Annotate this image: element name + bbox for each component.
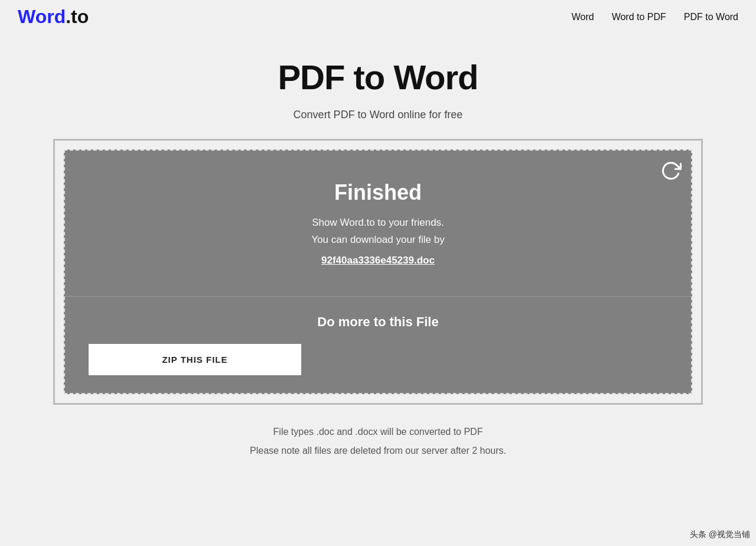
do-more-section: Do more to this File ZIP THIS FILE bbox=[65, 297, 691, 393]
finished-line2: You can download your file by bbox=[89, 232, 667, 249]
do-more-title: Do more to this File bbox=[89, 314, 667, 330]
zip-button[interactable]: ZIP THIS FILE bbox=[89, 344, 301, 375]
page-title: PDF to Word bbox=[278, 57, 478, 97]
logo[interactable]: Word .to bbox=[18, 6, 89, 28]
nav-item-word-to-pdf[interactable]: Word to PDF bbox=[612, 12, 666, 22]
page-subtitle: Convert PDF to Word online for free bbox=[294, 109, 463, 121]
nav-item-pdf-to-word[interactable]: PDF to Word bbox=[684, 12, 738, 22]
finished-section: Finished Show Word.to to your friends. Y… bbox=[65, 151, 691, 297]
watermark: 头条 @视觉当铺 bbox=[690, 529, 750, 540]
refresh-icon[interactable] bbox=[660, 160, 682, 181]
nav-item-word[interactable]: Word bbox=[572, 12, 594, 22]
footer-note1: File types .doc and .docx will be conver… bbox=[250, 422, 506, 441]
main-content: PDF to Word Convert PDF to Word online f… bbox=[0, 34, 756, 484]
footer-notes: File types .doc and .docx will be conver… bbox=[250, 422, 506, 460]
dropzone-inner: Finished Show Word.to to your friends. Y… bbox=[64, 150, 692, 394]
footer-note2: Please note all files are deleted from o… bbox=[250, 441, 506, 460]
nav: Word Word to PDF PDF to Word bbox=[572, 12, 738, 22]
finished-title: Finished bbox=[89, 180, 667, 205]
logo-word: Word bbox=[18, 6, 66, 28]
download-link[interactable]: 92f40aa3336e45239.doc bbox=[321, 255, 435, 266]
logo-dot-to: .to bbox=[66, 6, 89, 28]
header: Word .to Word Word to PDF PDF to Word bbox=[0, 0, 756, 34]
finished-line1: Show Word.to to your friends. bbox=[89, 214, 667, 232]
dropzone-outer: Finished Show Word.to to your friends. Y… bbox=[53, 139, 703, 405]
